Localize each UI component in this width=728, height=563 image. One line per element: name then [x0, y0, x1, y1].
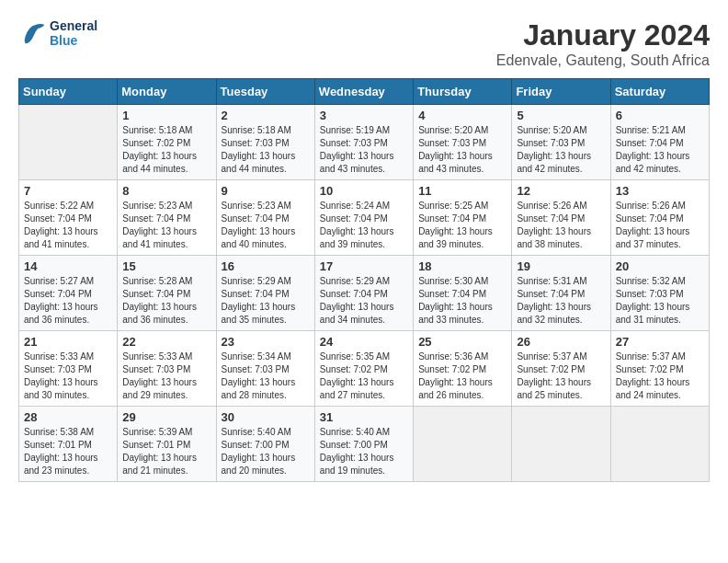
cell-info: Sunrise: 5:18 AM Sunset: 7:02 PM Dayligh… — [122, 124, 210, 176]
calendar-cell: 26 Sunrise: 5:37 AM Sunset: 7:02 PM Dayl… — [512, 331, 610, 407]
sunset-text: Sunset: 7:04 PM — [517, 213, 605, 225]
weekday-header-wednesday: Wednesday — [314, 79, 413, 105]
sunset-text: Sunset: 7:04 PM — [616, 213, 704, 225]
sunset-text: Sunset: 7:03 PM — [222, 363, 310, 376]
calendar-cell: 27 Sunrise: 5:37 AM Sunset: 7:02 PM Dayl… — [610, 331, 709, 407]
daylight-text: Daylight: 13 hours and 32 minutes. — [517, 301, 605, 327]
logo-icon — [18, 19, 46, 47]
sunrise-text: Sunrise: 5:23 AM — [122, 200, 210, 213]
cell-info: Sunrise: 5:20 AM Sunset: 7:03 PM Dayligh… — [517, 124, 605, 176]
day-number: 27 — [616, 335, 704, 349]
sunset-text: Sunset: 7:04 PM — [222, 288, 310, 301]
weekday-header-tuesday: Tuesday — [216, 79, 314, 105]
sunrise-text: Sunrise: 5:37 AM — [616, 350, 704, 363]
sunset-text: Sunset: 7:04 PM — [320, 288, 408, 301]
daylight-text: Daylight: 13 hours and 24 minutes. — [616, 376, 704, 402]
weekday-header-sunday: Sunday — [19, 79, 118, 105]
sunrise-text: Sunrise: 5:28 AM — [122, 275, 210, 288]
logo-text-general: General — [50, 18, 97, 33]
daylight-text: Daylight: 13 hours and 42 minutes. — [517, 150, 605, 176]
daylight-text: Daylight: 13 hours and 36 minutes. — [122, 301, 210, 327]
sunrise-text: Sunrise: 5:38 AM — [24, 426, 112, 439]
calendar-cell: 6 Sunrise: 5:21 AM Sunset: 7:04 PM Dayli… — [610, 105, 709, 180]
sunrise-text: Sunrise: 5:29 AM — [320, 275, 408, 288]
sunset-text: Sunset: 7:02 PM — [616, 363, 704, 376]
logo-text-blue: Blue — [50, 33, 97, 48]
sunrise-text: Sunrise: 5:27 AM — [24, 275, 112, 288]
calendar-cell: 14 Sunrise: 5:27 AM Sunset: 7:04 PM Dayl… — [19, 256, 118, 331]
cell-info: Sunrise: 5:27 AM Sunset: 7:04 PM Dayligh… — [24, 275, 112, 327]
sunset-text: Sunset: 7:04 PM — [418, 213, 506, 225]
sunrise-text: Sunrise: 5:18 AM — [222, 124, 310, 137]
calendar-cell — [512, 407, 610, 482]
calendar-cell: 21 Sunrise: 5:33 AM Sunset: 7:03 PM Dayl… — [19, 331, 118, 407]
calendar-cell: 12 Sunrise: 5:26 AM Sunset: 7:04 PM Dayl… — [512, 180, 610, 256]
calendar-cell: 8 Sunrise: 5:23 AM Sunset: 7:04 PM Dayli… — [118, 180, 216, 256]
sunrise-text: Sunrise: 5:26 AM — [616, 200, 704, 213]
weekday-header-monday: Monday — [118, 79, 216, 105]
title-block: January 2024 Edenvale, Gauteng, South Af… — [496, 18, 710, 69]
daylight-text: Daylight: 13 hours and 21 minutes. — [122, 452, 210, 477]
sunrise-text: Sunrise: 5:37 AM — [517, 350, 605, 363]
daylight-text: Daylight: 13 hours and 40 minutes. — [222, 225, 310, 251]
cell-info: Sunrise: 5:24 AM Sunset: 7:04 PM Dayligh… — [320, 200, 408, 251]
weekday-header-thursday: Thursday — [414, 79, 512, 105]
calendar-cell: 20 Sunrise: 5:32 AM Sunset: 7:03 PM Dayl… — [610, 256, 709, 331]
sunrise-text: Sunrise: 5:35 AM — [320, 350, 408, 363]
weekday-header-row: SundayMondayTuesdayWednesdayThursdayFrid… — [19, 79, 710, 105]
daylight-text: Daylight: 13 hours and 37 minutes. — [616, 225, 704, 251]
sunrise-text: Sunrise: 5:25 AM — [418, 200, 506, 213]
cell-info: Sunrise: 5:32 AM Sunset: 7:03 PM Dayligh… — [616, 275, 704, 327]
sunrise-text: Sunrise: 5:21 AM — [616, 124, 704, 137]
sunrise-text: Sunrise: 5:26 AM — [517, 200, 605, 213]
daylight-text: Daylight: 13 hours and 41 minutes. — [24, 225, 112, 251]
cell-info: Sunrise: 5:23 AM Sunset: 7:04 PM Dayligh… — [222, 200, 310, 251]
weekday-header-saturday: Saturday — [610, 79, 709, 105]
sunset-text: Sunset: 7:04 PM — [24, 288, 112, 301]
day-number: 6 — [616, 109, 704, 122]
sunrise-text: Sunrise: 5:40 AM — [320, 426, 408, 439]
sunset-text: Sunset: 7:01 PM — [122, 439, 210, 452]
daylight-text: Daylight: 13 hours and 28 minutes. — [222, 376, 310, 402]
sunset-text: Sunset: 7:04 PM — [222, 213, 310, 225]
day-number: 1 — [122, 109, 210, 122]
day-number: 28 — [24, 410, 112, 424]
daylight-text: Daylight: 13 hours and 38 minutes. — [517, 225, 605, 251]
sunrise-text: Sunrise: 5:34 AM — [222, 350, 310, 363]
sunset-text: Sunset: 7:02 PM — [517, 363, 605, 376]
sunrise-text: Sunrise: 5:22 AM — [24, 200, 112, 213]
daylight-text: Daylight: 13 hours and 41 minutes. — [122, 225, 210, 251]
calendar-cell: 7 Sunrise: 5:22 AM Sunset: 7:04 PM Dayli… — [19, 180, 118, 256]
sunset-text: Sunset: 7:04 PM — [122, 213, 210, 225]
cell-info: Sunrise: 5:39 AM Sunset: 7:01 PM Dayligh… — [122, 426, 210, 477]
logo: General Blue — [18, 18, 97, 48]
sunrise-text: Sunrise: 5:23 AM — [222, 200, 310, 213]
sunset-text: Sunset: 7:04 PM — [24, 213, 112, 225]
cell-info: Sunrise: 5:25 AM Sunset: 7:04 PM Dayligh… — [418, 200, 506, 251]
day-number: 17 — [320, 259, 408, 273]
day-number: 12 — [517, 184, 605, 198]
cell-info: Sunrise: 5:26 AM Sunset: 7:04 PM Dayligh… — [517, 200, 605, 251]
sunrise-text: Sunrise: 5:29 AM — [222, 275, 310, 288]
calendar-table: SundayMondayTuesdayWednesdayThursdayFrid… — [18, 78, 710, 482]
sunrise-text: Sunrise: 5:31 AM — [517, 275, 605, 288]
cell-info: Sunrise: 5:29 AM Sunset: 7:04 PM Dayligh… — [320, 275, 408, 327]
cell-info: Sunrise: 5:36 AM Sunset: 7:02 PM Dayligh… — [418, 350, 506, 402]
sunrise-text: Sunrise: 5:19 AM — [320, 124, 408, 137]
cell-info: Sunrise: 5:30 AM Sunset: 7:04 PM Dayligh… — [418, 275, 506, 327]
daylight-text: Daylight: 13 hours and 44 minutes. — [222, 150, 310, 176]
day-number: 2 — [222, 109, 310, 122]
day-number: 16 — [222, 259, 310, 273]
day-number: 30 — [222, 410, 310, 424]
cell-info: Sunrise: 5:34 AM Sunset: 7:03 PM Dayligh… — [222, 350, 310, 402]
calendar-cell: 28 Sunrise: 5:38 AM Sunset: 7:01 PM Dayl… — [19, 407, 118, 482]
calendar-cell: 15 Sunrise: 5:28 AM Sunset: 7:04 PM Dayl… — [118, 256, 216, 331]
sunrise-text: Sunrise: 5:33 AM — [24, 350, 112, 363]
daylight-text: Daylight: 13 hours and 42 minutes. — [616, 150, 704, 176]
sunset-text: Sunset: 7:00 PM — [222, 439, 310, 452]
sunset-text: Sunset: 7:03 PM — [320, 137, 408, 150]
daylight-text: Daylight: 13 hours and 31 minutes. — [616, 301, 704, 327]
cell-info: Sunrise: 5:37 AM Sunset: 7:02 PM Dayligh… — [517, 350, 605, 402]
daylight-text: Daylight: 13 hours and 23 minutes. — [24, 452, 112, 477]
daylight-text: Daylight: 13 hours and 43 minutes. — [418, 150, 506, 176]
